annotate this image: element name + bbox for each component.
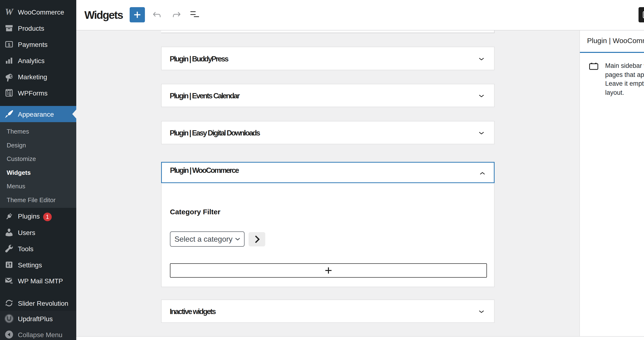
svg-text:$: $ bbox=[8, 42, 10, 47]
svg-text:W: W bbox=[5, 7, 14, 17]
